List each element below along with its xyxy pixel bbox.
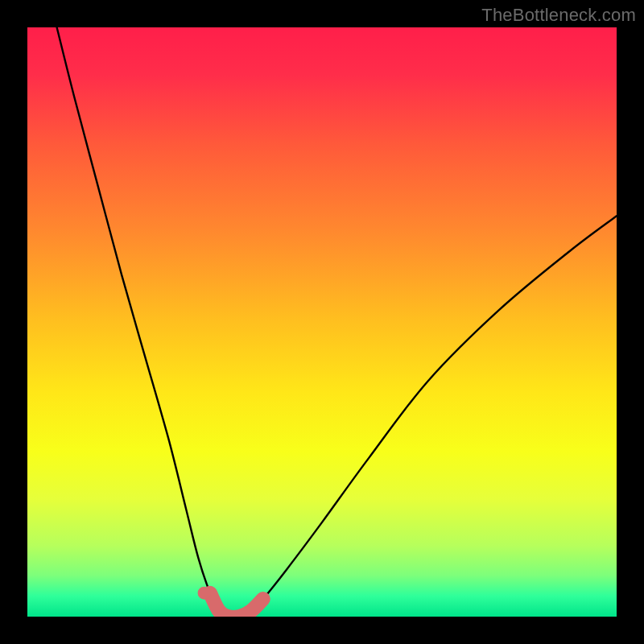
curve-layer (27, 27, 617, 617)
chart-frame: TheBottleneck.com (0, 0, 644, 644)
trough-highlight (210, 593, 263, 617)
watermark-text: TheBottleneck.com (481, 5, 636, 26)
plot-area (27, 27, 617, 617)
bottleneck-curve (57, 27, 617, 617)
trough-dot (198, 587, 211, 600)
